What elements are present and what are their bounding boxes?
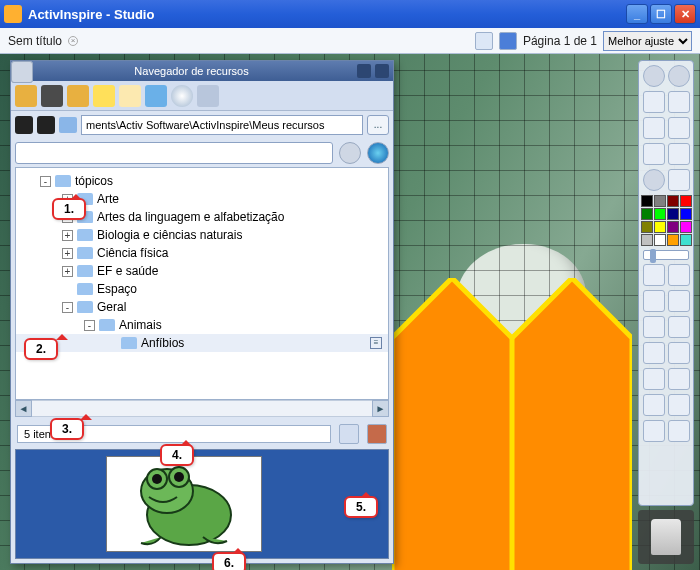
search-input[interactable] — [15, 142, 333, 164]
link-icon[interactable] — [197, 85, 219, 107]
color-swatch[interactable] — [654, 208, 666, 220]
math-tool[interactable] — [668, 368, 690, 390]
color-swatch[interactable] — [680, 234, 692, 246]
svg-point-4 — [152, 474, 162, 484]
color-swatch[interactable] — [667, 234, 679, 246]
folder-icon — [121, 337, 137, 349]
color-swatch[interactable] — [654, 221, 666, 233]
layers-icon[interactable] — [668, 91, 690, 113]
color-swatch[interactable] — [680, 221, 692, 233]
more-tool[interactable] — [668, 420, 690, 442]
page-icon[interactable] — [643, 91, 665, 113]
color-palette[interactable] — [641, 195, 692, 246]
expand-toggle[interactable]: + — [62, 230, 73, 241]
color-swatch[interactable] — [641, 208, 653, 220]
clapper-icon[interactable] — [41, 85, 63, 107]
person-icon[interactable] — [37, 116, 55, 134]
stamp-icon[interactable] — [367, 424, 387, 444]
shape-tool[interactable] — [643, 342, 665, 364]
folder-icon — [77, 283, 93, 295]
toolbox-menu-icon[interactable] — [643, 65, 665, 87]
connector-tool[interactable] — [668, 342, 690, 364]
color-swatch[interactable] — [680, 195, 692, 207]
move-tool[interactable] — [668, 264, 690, 286]
browse-button[interactable]: ... — [367, 115, 389, 135]
folder-icon[interactable] — [67, 85, 89, 107]
play-icon[interactable] — [643, 169, 665, 191]
disc-icon[interactable] — [171, 85, 193, 107]
redo-icon[interactable] — [668, 117, 690, 139]
view-icon[interactable] — [475, 32, 493, 50]
tree-node[interactable]: +EF e saúde — [16, 262, 388, 280]
text-tool[interactable] — [643, 368, 665, 390]
resource-path-input[interactable] — [81, 115, 363, 135]
prev-icon[interactable] — [643, 143, 665, 165]
scroll-left-button[interactable]: ◄ — [15, 400, 32, 417]
people-icon[interactable] — [15, 116, 33, 134]
tools-icon[interactable] — [668, 169, 690, 191]
color-swatch[interactable] — [641, 234, 653, 246]
trash-icon — [651, 519, 681, 555]
close-button[interactable]: ✕ — [674, 4, 696, 24]
tab-close-button[interactable]: × — [68, 36, 78, 46]
zoom-select[interactable]: Melhor ajuste — [603, 31, 692, 51]
color-swatch[interactable] — [667, 221, 679, 233]
tree-node[interactable]: Espaço — [16, 280, 388, 298]
expand-toggle[interactable]: - — [62, 302, 73, 313]
note-icon[interactable] — [93, 85, 115, 107]
trash-dock[interactable] — [638, 510, 694, 564]
folder-icon[interactable] — [59, 117, 77, 133]
tree-node[interactable]: -Animais — [16, 316, 388, 334]
copy-icon[interactable] — [339, 424, 359, 444]
color-swatch[interactable] — [667, 208, 679, 220]
expand-toggle[interactable]: + — [62, 266, 73, 277]
undo-icon[interactable] — [643, 117, 665, 139]
color-swatch[interactable] — [667, 195, 679, 207]
page-indicator: Página 1 de 1 — [523, 34, 597, 48]
snowflake-icon[interactable] — [499, 32, 517, 50]
bucket-icon[interactable] — [145, 85, 167, 107]
color-swatch[interactable] — [641, 195, 653, 207]
scroll-right-button[interactable]: ► — [372, 400, 389, 417]
panel-pin-button[interactable] — [357, 64, 371, 78]
fill-tool[interactable] — [668, 316, 690, 338]
globe-icon[interactable] — [367, 142, 389, 164]
pen-tool[interactable] — [643, 290, 665, 312]
panel-close-button[interactable] — [375, 64, 389, 78]
tree-label: Geral — [97, 300, 126, 314]
color-swatch[interactable] — [641, 221, 653, 233]
thumbnail-frog[interactable] — [106, 456, 262, 552]
tree-node[interactable]: +Biologia e ciências naturais — [16, 226, 388, 244]
play-icon[interactable] — [339, 142, 361, 164]
panel-titlebar[interactable]: i Navegador de recursos — [11, 61, 393, 81]
maximize-button[interactable]: ☐ — [650, 4, 672, 24]
folder-icon[interactable] — [15, 85, 37, 107]
select-tool[interactable] — [643, 264, 665, 286]
color-swatch[interactable] — [654, 195, 666, 207]
reset-tool[interactable] — [668, 394, 690, 416]
next-icon[interactable] — [668, 143, 690, 165]
page-icon[interactable] — [119, 85, 141, 107]
tree-node[interactable]: -Geral — [16, 298, 388, 316]
tree-node[interactable]: Anfíbios≡ — [16, 334, 388, 352]
highlighter-tool[interactable] — [668, 290, 690, 312]
minimize-button[interactable]: _ — [626, 4, 648, 24]
expand-toggle[interactable]: + — [62, 248, 73, 259]
resource-thumbnails[interactable] — [15, 449, 389, 559]
width-slider[interactable] — [643, 250, 689, 260]
clear-tool[interactable] — [643, 394, 665, 416]
tree-node[interactable]: +Ciência física — [16, 244, 388, 262]
list-view-icon[interactable] — [11, 61, 33, 83]
eraser-tool[interactable] — [643, 316, 665, 338]
color-swatch[interactable] — [680, 208, 692, 220]
resource-browser-panel: i Navegador de recursos ... — [10, 60, 394, 564]
camera-tool[interactable] — [643, 420, 665, 442]
toolbox-pin-icon[interactable] — [668, 65, 690, 87]
expand-toggle[interactable]: - — [84, 320, 95, 331]
list-icon[interactable]: ≡ — [370, 337, 382, 349]
folder-icon — [77, 229, 93, 241]
expand-toggle[interactable]: - — [40, 176, 51, 187]
color-swatch[interactable] — [654, 234, 666, 246]
tree-hscrollbar[interactable]: ◄ ► — [15, 400, 389, 417]
callout-1: 1. — [52, 198, 86, 220]
